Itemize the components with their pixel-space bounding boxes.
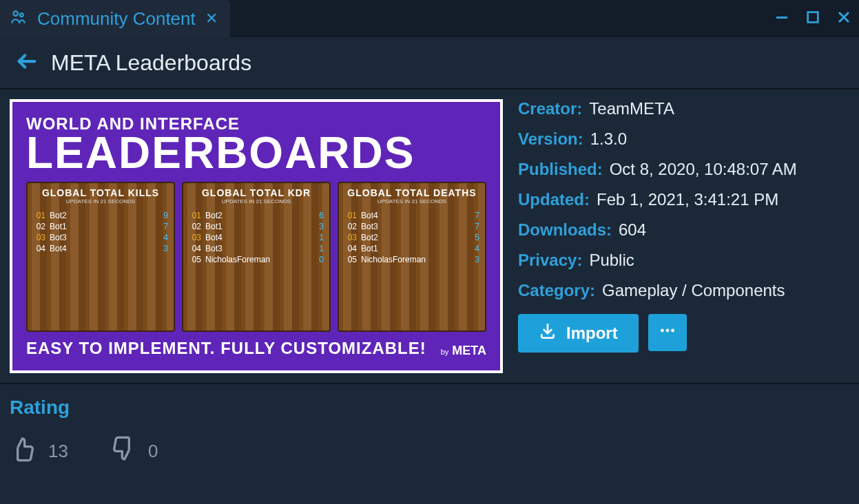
leaderboard-row: 03Bot34 — [33, 232, 168, 243]
field-downloads: Downloads:604 — [518, 220, 849, 240]
svg-point-6 — [671, 329, 674, 333]
leaderboard-row: 04Bot14 — [344, 243, 479, 254]
import-button[interactable]: Import — [518, 314, 639, 353]
leaderboards-container: GLOBAL TOTAL KILLSUPDATES IN 21 SECONDS0… — [26, 182, 486, 332]
leaderboard-subtitle: UPDATES IN 21 SECONDS — [344, 198, 479, 204]
field-privacy: Privacy:Public — [518, 251, 849, 270]
preview-brand: by META — [441, 344, 486, 358]
rating-section: Rating 13 0 — [0, 384, 859, 480]
info-panel: Creator:TeamMETA Version:1.3.0 Published… — [518, 99, 849, 373]
leaderboard-row: 03Bot41 — [189, 232, 324, 243]
tab-close-icon[interactable]: ✕ — [205, 10, 218, 28]
leaderboard-row: 02Bot17 — [33, 221, 168, 232]
thumb-down-icon[interactable] — [110, 435, 137, 468]
svg-point-1 — [20, 13, 23, 17]
thumb-up-count: 13 — [48, 441, 68, 462]
leaderboard-row: 04Bot43 — [33, 243, 168, 254]
download-icon — [539, 322, 557, 344]
title-bar: Community Content ✕ — [0, 0, 859, 37]
ellipsis-icon — [659, 322, 676, 344]
page-header: META Leaderboards — [0, 37, 859, 90]
leaderboard-row: 05NicholasForeman3 — [344, 254, 479, 265]
leaderboard-title: GLOBAL TOTAL KILLS — [33, 187, 168, 198]
leaderboard: GLOBAL TOTAL KDRUPDATES IN 21 SECONDS01B… — [182, 182, 331, 332]
preview-card: WORLD AND INTERFACE LEADERBOARDS GLOBAL … — [10, 99, 503, 373]
field-published: Published:Oct 8, 2020, 10:48:07 AM — [518, 160, 849, 179]
back-button[interactable] — [15, 50, 39, 76]
leaderboard: GLOBAL TOTAL KILLSUPDATES IN 21 SECONDS0… — [26, 182, 175, 332]
leaderboard-row: 01Bot47 — [344, 210, 479, 221]
more-actions-button[interactable] — [648, 314, 687, 351]
leaderboard-title: GLOBAL TOTAL KDR — [189, 187, 324, 198]
preview-heading-large: LEADERBOARDS — [26, 131, 486, 175]
window-close-icon[interactable] — [836, 9, 852, 28]
preview-tagline: EASY TO IMPLEMENT. FULLY CUSTOMIZABLE! — [26, 339, 426, 358]
field-updated: Updated:Feb 1, 2021, 3:41:21 PM — [518, 190, 849, 209]
svg-point-4 — [661, 329, 664, 333]
svg-rect-2 — [776, 17, 787, 19]
leaderboard-title: GLOBAL TOTAL DEATHS — [344, 187, 479, 198]
community-icon — [10, 8, 28, 29]
field-creator: Creator:TeamMETA — [518, 99, 849, 118]
window-minimize-icon[interactable] — [774, 9, 790, 28]
field-version: Version:1.3.0 — [518, 129, 849, 149]
leaderboard-subtitle: UPDATES IN 21 SECONDS — [189, 198, 324, 204]
thumb-down-count: 0 — [148, 441, 158, 462]
tab-community-content[interactable]: Community Content ✕ — [0, 0, 230, 37]
window-maximize-icon[interactable] — [805, 10, 820, 28]
svg-point-5 — [665, 329, 669, 333]
tab-label: Community Content — [37, 8, 196, 30]
action-row: Import — [518, 314, 849, 353]
leaderboard-row: 02Bot37 — [344, 221, 479, 232]
page-title: META Leaderboards — [51, 50, 251, 76]
window-controls — [774, 0, 852, 37]
leaderboard-row: 01Bot26 — [189, 210, 324, 221]
leaderboard-row: 01Bot29 — [33, 210, 168, 221]
svg-point-0 — [13, 11, 18, 15]
leaderboard-row: 03Bot25 — [344, 232, 479, 243]
thumb-up-icon[interactable] — [10, 435, 37, 468]
leaderboard: GLOBAL TOTAL DEATHSUPDATES IN 21 SECONDS… — [338, 182, 486, 332]
leaderboard-subtitle: UPDATES IN 21 SECONDS — [33, 198, 168, 204]
rating-heading: Rating — [10, 397, 849, 419]
svg-rect-3 — [808, 12, 818, 23]
leaderboard-row: 04Bot31 — [189, 243, 324, 254]
leaderboard-row: 02Bot13 — [189, 221, 324, 232]
import-label: Import — [566, 324, 618, 343]
field-category: Category:Gameplay / Components — [518, 281, 849, 300]
main-content: WORLD AND INTERFACE LEADERBOARDS GLOBAL … — [0, 90, 859, 373]
leaderboard-row: 05NicholasForeman0 — [189, 254, 324, 265]
